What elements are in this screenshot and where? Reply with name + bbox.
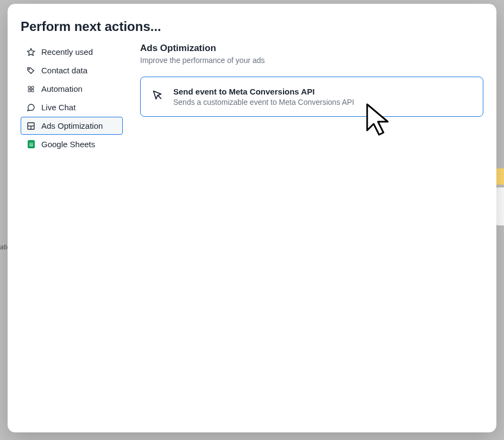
modal-body: Recently used Contact data Automation Li… xyxy=(8,43,496,422)
sidebar-item-label: Google Sheets xyxy=(41,140,95,149)
action-card-content: Send event to Meta Conversions API Sends… xyxy=(173,87,354,106)
main-content: Ads Optimization Improve the performance… xyxy=(129,43,483,422)
cursor-click-icon xyxy=(152,89,163,101)
sidebar-item-label: Recently used xyxy=(41,47,93,56)
sidebar-item-ads-optimization[interactable]: Ads Optimization xyxy=(21,117,123,135)
star-icon xyxy=(27,48,35,56)
action-title: Send event to Meta Conversions API xyxy=(173,87,354,96)
section-subtitle: Improve the performance of your ads xyxy=(140,56,483,65)
section-title: Ads Optimization xyxy=(140,43,483,54)
action-card-meta-conversions[interactable]: Send event to Meta Conversions API Sends… xyxy=(140,77,483,117)
action-description: Sends a customizable event to Meta Conve… xyxy=(173,98,354,106)
sidebar-item-google-sheets[interactable]: Google Sheets xyxy=(21,135,123,153)
sidebar-item-automation[interactable]: Automation xyxy=(21,80,123,98)
sidebar-item-label: Live Chat xyxy=(41,103,75,112)
atom-icon xyxy=(27,85,35,93)
tag-icon xyxy=(27,66,35,75)
modal-title: Perform next actions... xyxy=(8,19,496,43)
sidebar-item-recently-used[interactable]: Recently used xyxy=(21,43,123,61)
layout-icon xyxy=(27,122,35,130)
chat-icon xyxy=(27,103,35,112)
sidebar-item-contact-data[interactable]: Contact data xyxy=(21,61,123,79)
sidebar-item-label: Automation xyxy=(41,84,83,93)
svg-marker-0 xyxy=(27,48,34,55)
svg-point-4 xyxy=(30,89,32,90)
sidebar-item-label: Contact data xyxy=(41,66,87,75)
google-sheets-icon xyxy=(27,140,35,149)
actions-modal: Perform next actions... Recently used Co… xyxy=(8,4,496,432)
sidebar-item-label: Ads Optimization xyxy=(41,121,103,130)
svg-point-1 xyxy=(29,68,29,69)
sidebar-item-live-chat[interactable]: Live Chat xyxy=(21,98,123,116)
category-sidebar: Recently used Contact data Automation Li… xyxy=(21,43,129,422)
